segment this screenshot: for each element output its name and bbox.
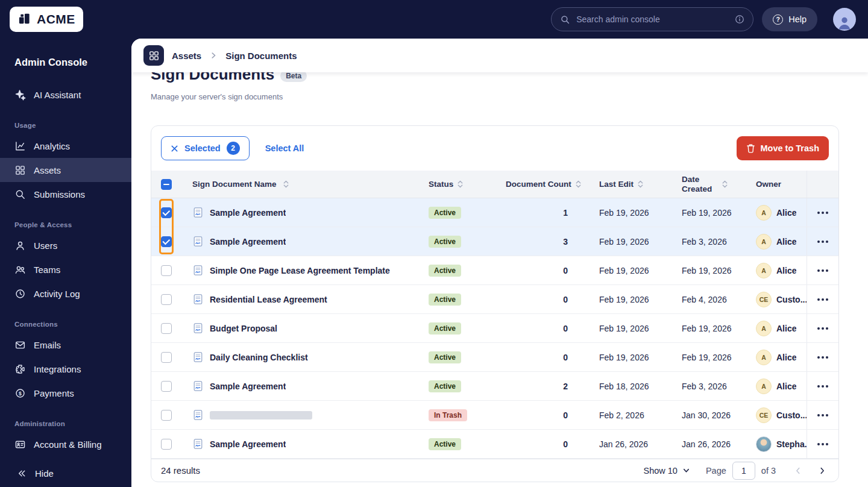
row-actions-button[interactable] (814, 324, 832, 333)
row-checkbox[interactable] (161, 265, 172, 276)
column-header-date-created[interactable]: Date Created (673, 171, 751, 198)
document-name: Sample Agreement (210, 382, 286, 391)
document-count: 3 (501, 227, 582, 256)
sidebar-item-account-billing[interactable]: Account & Billing (0, 432, 131, 456)
sidebar-item-label: Submissions (34, 189, 85, 200)
table-row[interactable]: Residential Lease Agreement Active 0 Feb… (151, 285, 838, 314)
sidebar-item-label: Payments (34, 388, 74, 398)
sidebar-item-label: AI Assistant (34, 90, 81, 100)
date-created: Feb 19, 2026 (673, 198, 751, 227)
selected-count-badge: 2 (227, 142, 240, 155)
last-edit: Feb 2, 2026 (582, 401, 673, 429)
sidebar-item-label: Teams (34, 265, 60, 275)
select-all-button[interactable]: Select All (265, 143, 304, 153)
sidebar-item-label: Emails (34, 340, 61, 350)
sidebar-sections: UsageAnalyticsAssetsSubmissionsPeople & … (0, 122, 131, 456)
column-header-status[interactable]: Status (423, 171, 501, 198)
last-edit: Feb 18, 2026 (582, 372, 673, 400)
owner-name: Alice (776, 324, 796, 333)
date-created: Feb 4, 2026 (673, 285, 751, 313)
assets-grid-icon (143, 45, 164, 66)
sidebar-item-label: Analytics (34, 141, 70, 151)
row-actions-button[interactable] (814, 266, 832, 275)
sort-icon (283, 180, 289, 189)
sidebar-item-assets[interactable]: Assets (0, 158, 131, 182)
row-actions-button[interactable] (814, 382, 832, 391)
document-icon (192, 207, 204, 218)
sidebar-item-ai-assistant[interactable]: AI Assistant (0, 83, 131, 107)
row-checkbox[interactable] (161, 439, 172, 450)
row-checkbox[interactable] (161, 410, 172, 421)
table-row[interactable]: Sample Agreement Active 0 Jan 26, 2026 J… (151, 430, 838, 459)
sidebar-item-teams[interactable]: Teams (0, 257, 131, 281)
sidebar-item-activity-log[interactable]: Activity Log (0, 281, 131, 306)
owner-avatar: A (756, 263, 772, 278)
row-actions-button[interactable] (814, 208, 832, 218)
document-count: 2 (501, 372, 582, 400)
document-count: 0 (501, 256, 582, 284)
column-header-last-edit[interactable]: Last Edit (582, 171, 673, 198)
document-icon (192, 438, 204, 450)
table-row[interactable]: Sample Agreement Active 2 Feb 18, 2026 F… (151, 372, 838, 401)
sidebar-item-integrations[interactable]: Integrations (0, 357, 131, 381)
document-name: Sample Agreement (210, 237, 286, 247)
activity-icon (14, 288, 26, 300)
select-all-checkbox[interactable] (161, 179, 172, 190)
table-row[interactable]: Budget Proposal Active 0 Feb 19, 2026 Fe… (151, 314, 838, 343)
acme-logo[interactable]: ACME (10, 7, 83, 32)
document-icon (192, 409, 204, 421)
document-name: Sample Agreement (210, 208, 286, 218)
row-actions-button[interactable] (814, 237, 832, 247)
row-actions-button[interactable] (814, 410, 832, 420)
sidebar-item-payments[interactable]: $Payments (0, 381, 131, 405)
redacted-name (210, 411, 312, 419)
page-number-input[interactable] (732, 462, 755, 480)
row-checkbox[interactable] (161, 207, 172, 218)
sidebar-item-analytics[interactable]: Analytics (0, 134, 131, 158)
table-row[interactable]: Sample Agreement Active 3 Feb 19, 2026 F… (151, 227, 838, 256)
sidebar-item-submissions[interactable]: Submissions (0, 182, 131, 206)
row-checkbox[interactable] (161, 352, 172, 363)
search-icon (560, 14, 570, 25)
next-page-button[interactable] (816, 464, 829, 477)
row-checkbox[interactable] (161, 323, 172, 334)
table-row[interactable]: Sample Agreement Active 1 Feb 19, 2026 F… (151, 198, 838, 227)
breadcrumb-current: Sign Documents (225, 51, 297, 61)
move-to-trash-button[interactable]: Move to Trash (737, 136, 829, 160)
integrations-icon (14, 363, 26, 375)
row-checkbox[interactable] (161, 381, 172, 392)
sort-icon (637, 180, 644, 189)
breadcrumb-assets-link[interactable]: Assets (172, 51, 201, 61)
help-button[interactable]: ? Help (762, 7, 817, 31)
status-badge: Active (429, 294, 461, 306)
previous-page-button[interactable] (791, 464, 805, 477)
row-checkbox[interactable] (161, 294, 172, 305)
sidebar-item-users[interactable]: Users (0, 233, 131, 257)
row-actions-button[interactable] (814, 295, 832, 304)
document-name: Simple One Page Lease Agreement Template (210, 266, 390, 275)
row-actions-button[interactable] (814, 439, 832, 449)
row-actions-button[interactable] (814, 353, 832, 362)
document-name: Sample Agreement (210, 439, 286, 449)
column-header-name[interactable]: Sign Document Name (181, 171, 423, 198)
table-row[interactable]: Simple One Page Lease Agreement Template… (151, 256, 838, 285)
info-icon[interactable] (735, 14, 744, 24)
table-row[interactable]: Daily Cleaning Checklist Active 0 Feb 19… (151, 343, 838, 372)
sidebar-item-emails[interactable]: Emails (0, 333, 131, 357)
table-row[interactable]: In Trash 0 Feb 2, 2026 Jan 30, 2026 CE C… (151, 401, 838, 430)
date-created: Feb 19, 2026 (673, 343, 751, 371)
column-header-document-count[interactable]: Document Count (501, 171, 582, 198)
column-header-actions (807, 171, 838, 198)
sign-documents-card: Selected 2 Select All Move to Trash Sign… (151, 125, 839, 482)
clear-selection-button[interactable]: Selected 2 (161, 136, 250, 160)
sidebar-item-label: Assets (34, 165, 61, 175)
hide-sidebar-button[interactable]: Hide (0, 462, 131, 485)
user-avatar[interactable] (833, 8, 856, 31)
row-checkbox[interactable] (161, 236, 172, 247)
show-per-page-select[interactable]: Show 10 (644, 466, 690, 476)
search-input[interactable] (576, 14, 729, 24)
document-icon (192, 236, 204, 247)
status-badge: In Trash (429, 409, 467, 421)
document-count: 0 (501, 343, 582, 371)
owner-name: Custo... (776, 410, 807, 420)
